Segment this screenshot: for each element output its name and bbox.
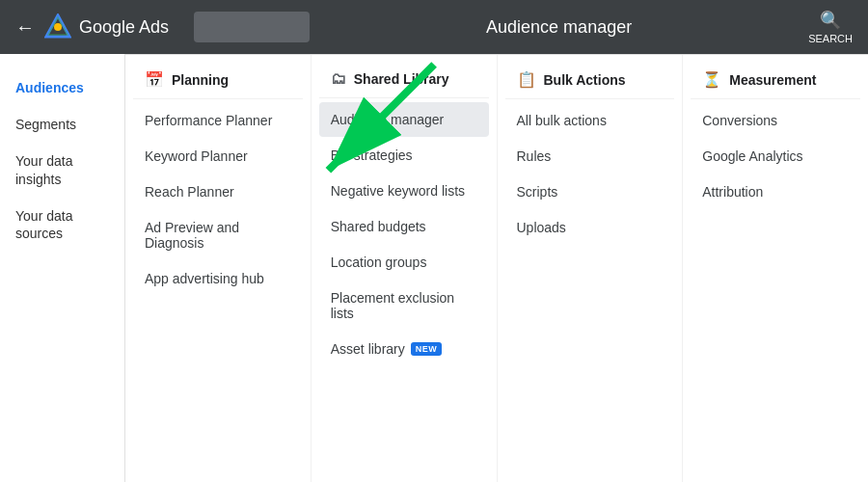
menu-item-location-groups[interactable]: Location groups bbox=[319, 245, 489, 280]
menu-item-shared-budgets[interactable]: Shared budgets bbox=[319, 209, 489, 244]
menu-item-keyword-planner[interactable]: Keyword Planner bbox=[133, 139, 303, 174]
menu-item-performance-planner[interactable]: Performance Planner bbox=[133, 103, 303, 138]
menu-item-conversions[interactable]: Conversions bbox=[691, 103, 860, 138]
bulk-actions-icon: 📋 bbox=[517, 70, 536, 89]
topbar-right: 🔍 SEARCH bbox=[808, 10, 853, 44]
back-button[interactable]: ← bbox=[15, 17, 35, 37]
shared-library-column: 🗂 Shared Library Audience manager Bid st… bbox=[312, 55, 498, 482]
logo-text: Google Ads bbox=[79, 17, 169, 38]
menu-item-uploads[interactable]: Uploads bbox=[505, 210, 675, 245]
sidebar-item-segments[interactable]: Segments bbox=[0, 106, 124, 143]
mega-menu: 📅 Planning Performance Planner Keyword P… bbox=[125, 54, 868, 482]
menu-item-attribution[interactable]: Attribution bbox=[691, 174, 860, 209]
menu-item-rules[interactable]: Rules bbox=[505, 139, 675, 174]
search-icon: 🔍 bbox=[820, 10, 841, 31]
measurement-title: Measurement bbox=[729, 72, 816, 88]
menu-item-placement-exclusion[interactable]: Placement exclusion lists bbox=[319, 281, 489, 331]
bulk-actions-title: Bulk Actions bbox=[544, 72, 626, 88]
bulk-actions-header: 📋 Bulk Actions bbox=[505, 55, 675, 99]
shared-library-icon: 🗂 bbox=[331, 70, 346, 88]
google-ads-logo: Google Ads bbox=[44, 13, 169, 40]
new-badge: NEW bbox=[411, 342, 443, 356]
menu-item-ad-preview[interactable]: Ad Preview and Diagnosis bbox=[133, 210, 303, 260]
svg-point-1 bbox=[54, 23, 62, 31]
measurement-header: ⏳ Measurement bbox=[691, 55, 860, 99]
planning-column: 📅 Planning Performance Planner Keyword P… bbox=[125, 55, 312, 482]
sidebar-item-data-sources[interactable]: Your data sources bbox=[0, 198, 124, 252]
sidebar: Audiences Segments Your data insights Yo… bbox=[0, 54, 125, 482]
asset-library-label: Asset library bbox=[331, 341, 405, 357]
planning-title: Planning bbox=[172, 72, 229, 88]
menu-item-google-analytics[interactable]: Google Analytics bbox=[691, 139, 860, 174]
topbar-left: ← Google Ads bbox=[15, 12, 310, 42]
planning-icon: 📅 bbox=[145, 70, 164, 89]
topbar-center: Audience manager bbox=[310, 17, 808, 38]
planning-header: 📅 Planning bbox=[133, 55, 303, 99]
menu-item-negative-keywords[interactable]: Negative keyword lists bbox=[319, 174, 489, 208]
menu-item-app-advertising[interactable]: App advertising hub bbox=[133, 261, 303, 296]
menu-item-bid-strategies[interactable]: Bid strategies bbox=[319, 138, 489, 173]
menu-item-reach-planner[interactable]: Reach Planner bbox=[133, 174, 303, 209]
menu-item-asset-library[interactable]: Asset library NEW bbox=[319, 332, 489, 366]
bulk-actions-column: 📋 Bulk Actions All bulk actions Rules Sc… bbox=[498, 55, 684, 482]
google-ads-logo-icon bbox=[44, 13, 71, 40]
search-label: SEARCH bbox=[808, 33, 853, 44]
shared-library-header: 🗂 Shared Library bbox=[319, 55, 489, 98]
main-layout: Audiences Segments Your data insights Yo… bbox=[0, 54, 868, 482]
topbar: ← Google Ads Audience manager 🔍 SEARCH bbox=[0, 0, 868, 54]
account-selector[interactable] bbox=[194, 12, 310, 42]
search-button[interactable]: 🔍 SEARCH bbox=[808, 10, 853, 44]
shared-library-title: Shared Library bbox=[354, 71, 449, 87]
menu-item-all-bulk-actions[interactable]: All bulk actions bbox=[505, 103, 675, 138]
measurement-icon: ⏳ bbox=[702, 70, 721, 89]
measurement-column: ⏳ Measurement Conversions Google Analyti… bbox=[683, 55, 868, 482]
sidebar-item-data-insights[interactable]: Your data insights bbox=[0, 143, 124, 197]
sidebar-item-audiences[interactable]: Audiences bbox=[0, 69, 124, 106]
menu-item-audience-manager[interactable]: Audience manager bbox=[319, 102, 489, 137]
page-title: Audience manager bbox=[486, 17, 632, 38]
menu-item-scripts[interactable]: Scripts bbox=[505, 174, 675, 209]
